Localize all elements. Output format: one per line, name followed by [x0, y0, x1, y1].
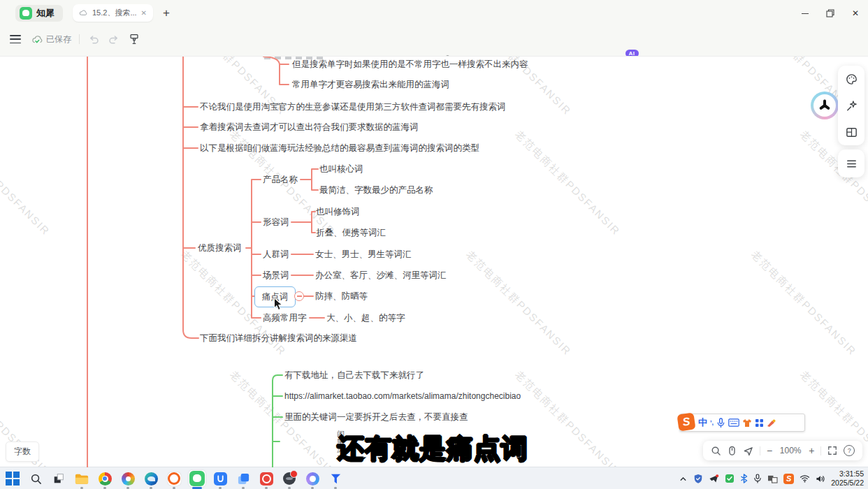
mindmap-connectors [0, 57, 868, 467]
node-note6[interactable]: 下面我们详细拆分讲解搜索词的来源渠道 [200, 332, 357, 344]
tray-ime-icon[interactable] [767, 474, 778, 483]
ime-mic-icon[interactable] [716, 418, 725, 428]
word-count-chip: 字数 [6, 441, 39, 462]
tray-sogou-icon[interactable]: S [783, 474, 794, 484]
node-quality-search-word[interactable]: 优质搜索词 [198, 242, 242, 254]
locate-center-icon[interactable] [743, 446, 753, 456]
dark-sphere-app-icon[interactable] [281, 470, 298, 487]
orange-app-icon[interactable] [166, 470, 182, 487]
save-status: 已保存 [31, 34, 71, 45]
node-note3[interactable]: 不论我们是使用淘宝官方的生意参谋还是使用第三方软件查词都需要先有搜索词 [200, 101, 506, 113]
tray-volume-icon[interactable] [816, 474, 825, 483]
cloud-saved-icon [31, 34, 43, 45]
redo-button[interactable] [108, 34, 120, 45]
node-note4[interactable]: 拿着搜索词去查词才可以查出符合我们要求数据的蓝海词 [200, 121, 419, 133]
layout-icon[interactable] [845, 126, 858, 139]
purple-ring-app-icon[interactable] [304, 470, 321, 487]
node-crowd-word-k[interactable]: 女士、男士、男生等词汇 [315, 248, 412, 261]
format-painter-button[interactable] [128, 33, 140, 45]
node-product-name-k1[interactable]: 也叫核心词 [319, 163, 363, 175]
blue-u-app-icon[interactable] [212, 470, 229, 487]
zoom-in-button[interactable]: + [809, 446, 814, 455]
watermark-text: 老范电商社群PDSFANSIR [0, 128, 52, 238]
tab-close-icon[interactable]: ✕ [141, 9, 147, 17]
close-button[interactable]: ✕ [843, 0, 868, 27]
document-tab[interactable]: 15.2、搜索... ✕ [73, 4, 153, 22]
app-name: 知犀 [36, 7, 55, 20]
watermark-text: 老范电商社群PDSFANSIR [748, 248, 859, 358]
node-note5[interactable]: 以下是根据咱们做蓝海玩法经验总结的最容易查到蓝海词的搜索词的类型 [200, 142, 479, 154]
outline-list-icon[interactable] [845, 157, 858, 170]
ime-emoji-brush-icon[interactable] [767, 418, 776, 428]
new-tab-button[interactable]: + [163, 7, 170, 19]
cloud-icon [79, 8, 88, 17]
tray-bluetooth-icon[interactable] [740, 474, 748, 483]
collapse-toggle-icon[interactable] [294, 291, 304, 301]
tray-mic-icon[interactable] [753, 474, 762, 483]
mindmap-canvas[interactable]: 老范电商社群PDSFANSIR老范电商社群PDSFANSIR老范电商社群PDSF… [0, 56, 868, 467]
brand-logo-icon [813, 94, 836, 117]
zhixi-logo-icon [189, 471, 205, 486]
node-source3[interactable]: 里面的关键词一定要拆开之后去查，不要直接查 [284, 411, 468, 423]
node-scene-word-k[interactable]: 办公室、客厅、沙滩、河里等词汇 [315, 269, 447, 282]
edge-icon[interactable] [143, 470, 159, 487]
node-high-freq-k[interactable]: 大、小、超、的等字 [326, 312, 405, 324]
minimize-button[interactable] [793, 0, 818, 27]
video-subtitle: 还有就是痛点词 [338, 431, 528, 467]
sogou-logo-icon[interactable]: S [677, 412, 695, 431]
undo-button[interactable] [87, 34, 100, 45]
taskbar-search[interactable] [27, 470, 44, 487]
zhixi-app-icon[interactable] [189, 470, 205, 487]
tray-shield-icon[interactable] [693, 474, 703, 484]
tray-wifi-icon[interactable] [800, 474, 810, 483]
red-o-app-icon[interactable] [258, 470, 275, 487]
drag-mode-icon[interactable] [728, 446, 737, 456]
ime-punctuation-toggle[interactable]: ’, [710, 419, 714, 426]
brand-assistant-button[interactable] [811, 92, 839, 119]
node-product-name[interactable]: 产品名称 [263, 173, 298, 186]
task-view-button[interactable] [50, 470, 67, 487]
node-adjective-k2[interactable]: 折叠、便携等词汇 [316, 226, 386, 239]
restore-button[interactable] [818, 0, 843, 27]
ime-skin-shirt-icon[interactable] [742, 418, 752, 428]
node-source-url[interactable]: https://alimarket.taobao.com/markets/ali… [284, 390, 521, 402]
node-crowd-word[interactable]: 人群词 [263, 248, 289, 261]
start-button[interactable] [4, 470, 21, 487]
taskbar-clock[interactable]: 3:31:55 2025/5/22 [831, 469, 864, 488]
node-adjective[interactable]: 形容词 [263, 216, 289, 228]
ime-apps-grid-icon[interactable] [755, 418, 764, 428]
divider [820, 446, 821, 455]
node-pain-word-k[interactable]: 防摔、防晒等 [315, 290, 368, 302]
app-home-button[interactable]: 知犀 [15, 5, 63, 22]
tray-expand-icon[interactable] [679, 474, 688, 483]
zoom-out-button[interactable]: − [767, 446, 772, 455]
chrome-icon[interactable] [96, 470, 113, 487]
node-adjective-k1[interactable]: 也叫修饰词 [316, 205, 360, 218]
tray-green-check-icon[interactable] [725, 474, 735, 483]
node-source1[interactable]: 有下载地址，自己去下载下来就行了 [284, 369, 424, 381]
search-icon[interactable] [711, 446, 721, 456]
app-logo-icon [20, 7, 32, 20]
file-explorer-icon[interactable] [73, 470, 90, 487]
fullscreen-icon[interactable] [827, 446, 837, 455]
menu-button[interactable] [7, 32, 24, 46]
node-scene-word[interactable]: 场景词 [263, 269, 289, 282]
blue-dart-app-icon[interactable] [327, 470, 344, 487]
divider [760, 446, 760, 455]
node-note1[interactable]: 但是搜索单字时如果使用的是不常用字也一样搜索不出来内容 [292, 58, 528, 71]
overlap-squares-app-icon[interactable] [235, 470, 252, 487]
pinwheel-browser-icon[interactable] [120, 470, 136, 487]
node-high-freq[interactable]: 高频常用字 [263, 312, 307, 324]
ime-mode-toggle[interactable]: 中 [698, 416, 707, 429]
watermark-text: 老范电商社群PDSFANSIR [512, 128, 623, 238]
zoom-level: 100% [779, 446, 802, 455]
magic-wand-icon[interactable] [845, 99, 858, 112]
ime-keyboard-icon[interactable] [728, 418, 739, 427]
clock-date: 2025/5/22 [831, 479, 864, 488]
node-product-name-k2[interactable]: 最简洁、字数最少的产品名称 [319, 184, 433, 196]
node-note2[interactable]: 常用单字才更容易搜索出来能用的蓝海词 [292, 78, 449, 91]
tray-telegram-icon[interactable] [709, 474, 719, 483]
palette-icon[interactable] [845, 73, 858, 86]
watermark-text: 老范电商社群PDSFANSIR [0, 56, 3, 118]
help-icon[interactable]: ? [844, 445, 855, 456]
